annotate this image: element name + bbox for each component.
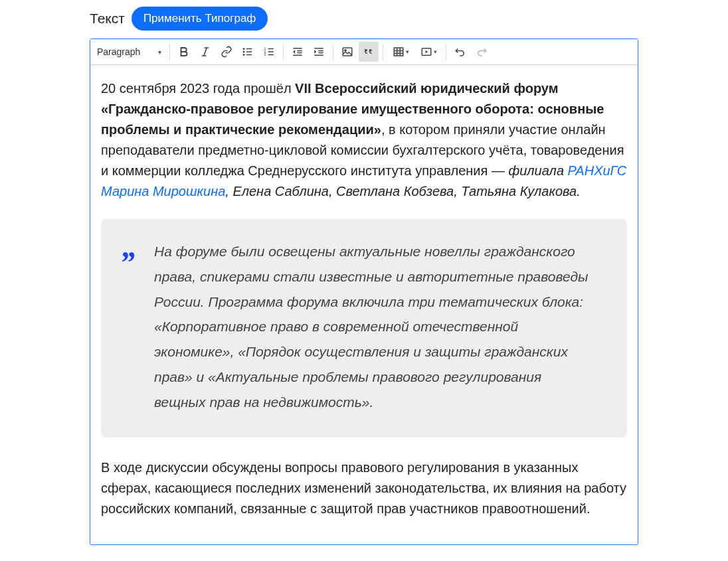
text: В ходе дискуссии обсуждены вопросы право… — [101, 460, 626, 516]
redo-button[interactable] — [472, 42, 492, 62]
chevron-down-icon: ▾ — [434, 48, 437, 55]
blockquote-button[interactable] — [359, 42, 379, 62]
toolbar-divider — [283, 44, 284, 60]
svg-rect-25 — [394, 48, 403, 56]
chevron-down-icon: ▾ — [158, 48, 161, 56]
table-button[interactable]: ▾ — [387, 42, 414, 62]
text: 20 сентября 2023 года прошёл — [101, 81, 295, 96]
blockquote[interactable]: „ На форуме были освещены актуальные нов… — [101, 219, 627, 438]
paragraph[interactable]: В ходе дискуссии обсуждены вопросы право… — [101, 457, 627, 519]
svg-point-8 — [243, 54, 244, 56]
svg-text:3: 3 — [264, 52, 266, 56]
toolbar-divider — [333, 44, 333, 60]
italic-text: филиала — [508, 163, 567, 178]
svg-point-24 — [345, 50, 346, 51]
toolbar-divider — [383, 44, 383, 60]
italic-button[interactable] — [195, 42, 215, 62]
link-button[interactable] — [217, 42, 236, 62]
blockquote-text: На форуме были освещены актуальные новел… — [154, 244, 588, 410]
toolbar-divider — [446, 44, 446, 60]
editor-toolbar: Paragraph ▾ 123 — [90, 39, 638, 65]
media-button[interactable]: ▾ — [415, 42, 442, 62]
svg-point-6 — [243, 48, 244, 50]
italic-text: , Елена Саблина, Светлана Кобзева, Татья… — [225, 184, 580, 199]
chevron-down-icon: ▾ — [406, 48, 409, 55]
bold-button[interactable] — [174, 42, 194, 62]
format-select[interactable]: Paragraph — [94, 44, 161, 60]
image-button[interactable] — [337, 42, 357, 62]
svg-marker-31 — [425, 50, 428, 54]
quote-icon: „ — [122, 238, 137, 256]
bullet-list-button[interactable] — [238, 42, 258, 62]
numbered-list-button[interactable]: 123 — [259, 42, 279, 62]
indent-button[interactable] — [309, 42, 329, 62]
text-label: Текст — [90, 11, 125, 27]
svg-line-2 — [204, 48, 207, 56]
editor-content[interactable]: 20 сентября 2023 года прошёл VII Всеросс… — [90, 65, 638, 544]
paragraph[interactable]: 20 сентября 2023 года прошёл VII Всеросс… — [101, 78, 627, 202]
svg-point-7 — [243, 51, 244, 52]
rich-text-editor: Paragraph ▾ 123 — [90, 39, 638, 545]
apply-typograf-button[interactable]: Применить Типограф — [132, 7, 268, 31]
outdent-button[interactable] — [288, 42, 308, 62]
undo-button[interactable] — [450, 42, 470, 62]
toolbar-divider — [169, 44, 170, 60]
